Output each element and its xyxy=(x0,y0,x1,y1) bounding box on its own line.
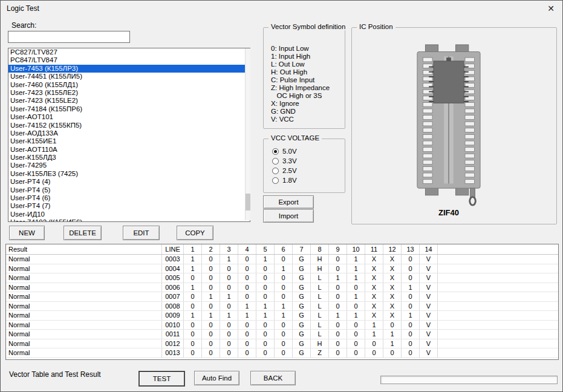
value-cell: X xyxy=(383,255,402,264)
symbol-line: 1: Input High xyxy=(271,53,342,60)
list-item[interactable]: User-7423 (К155ЛЕ2) xyxy=(8,89,250,97)
list-item[interactable]: User-74192 (К155ИЕ6) xyxy=(8,218,250,222)
list-item[interactable]: User-7423 (K155LE2) xyxy=(8,97,250,105)
back-button[interactable]: BACK xyxy=(250,371,296,385)
vcc-options: 5.0V3.3V2.5V1.8V xyxy=(272,146,297,185)
value-cell: 1 xyxy=(329,311,347,320)
value-cell: Z xyxy=(311,348,329,358)
progress-bar xyxy=(380,376,558,384)
line-cell: 0004 xyxy=(162,264,184,273)
value-cell: 0 xyxy=(184,273,202,283)
value-cell: 0 xyxy=(238,255,256,264)
value-cell: 1 xyxy=(238,311,256,320)
new-button[interactable]: NEW xyxy=(9,226,45,240)
value-cell: 1 xyxy=(220,255,238,264)
table-header-cell: Result xyxy=(6,244,162,254)
export-button[interactable]: Export xyxy=(263,195,314,209)
value-cell: 0 xyxy=(402,321,420,330)
list-item[interactable]: PC847/LTV847 xyxy=(8,56,250,64)
auto-find-button[interactable]: Auto Find xyxy=(194,371,239,385)
table-row[interactable]: Normal0005000000GL11XX0V xyxy=(6,273,558,283)
scrollbar-thumb[interactable] xyxy=(246,194,250,211)
value-cell: 0 xyxy=(402,302,420,311)
value-cell: 0 xyxy=(329,321,347,330)
list-item[interactable]: User-PT4 (5) xyxy=(8,186,250,194)
vcc-option[interactable]: 2.5V xyxy=(272,166,297,175)
vcc-option[interactable]: 1.8V xyxy=(272,175,297,185)
value-cell: L xyxy=(311,311,329,320)
value-cell: H xyxy=(311,339,329,348)
list-item[interactable]: User-К155ЛЕ3 (7425) xyxy=(8,170,250,178)
list-scrollbar[interactable] xyxy=(245,48,250,220)
table-row[interactable]: Normal0006100000GL00XX1V xyxy=(6,283,558,293)
value-cell: 1 xyxy=(347,273,365,283)
list-item[interactable]: User-PT4 (7) xyxy=(8,202,250,210)
value-cell: 0 xyxy=(184,330,202,339)
line-cell: 0010 xyxy=(162,321,184,330)
value-cell: 0 xyxy=(202,339,220,348)
list-item[interactable]: User-К155ИЕ1 xyxy=(8,137,250,145)
value-cell: 0 xyxy=(329,330,347,339)
list-item[interactable]: User-ИД10 xyxy=(8,211,250,218)
test-button[interactable]: TEST xyxy=(138,371,185,387)
list-item[interactable]: User-АОД133А xyxy=(8,129,250,137)
result-cell: Normal xyxy=(6,348,162,358)
list-item[interactable]: PC827/LTV827 xyxy=(8,48,250,56)
list-item[interactable]: User-PT4 (6) xyxy=(8,194,250,202)
device-list[interactable]: PC827/LTV827PC847/LTV847User-7453 (К155Л… xyxy=(8,48,250,222)
table-row[interactable]: Normal0004100001GH01XX0V xyxy=(6,264,558,274)
list-item[interactable]: User-74152 (К155КП5) xyxy=(8,122,250,129)
value-cell: 1 xyxy=(347,264,365,273)
list-item[interactable]: User-74184 (К155ПР6) xyxy=(8,105,250,113)
list-item[interactable]: User-AOT101 xyxy=(8,113,250,121)
value-cell: 0 xyxy=(238,348,256,358)
table-row[interactable]: Normal0007011000GL01XX0V xyxy=(6,292,558,302)
symbol-line: V: VCC xyxy=(271,116,342,123)
list-item[interactable]: User-К155ЛД3 xyxy=(8,154,250,162)
table-header-cell: 14 xyxy=(420,244,438,254)
line-cell: 0008 xyxy=(162,302,184,311)
list-item[interactable]: User-74295 xyxy=(8,162,250,169)
list-item[interactable]: User-7453 (К155ЛР3) xyxy=(8,65,250,73)
search-label: Search: xyxy=(11,21,36,30)
value-cell: G xyxy=(293,255,311,264)
value-cell: 0 xyxy=(238,273,256,283)
value-cell: 0 xyxy=(238,292,256,301)
table-row[interactable]: Normal0012000000GH00010V xyxy=(6,339,558,349)
value-cell: 1 xyxy=(347,255,365,264)
value-cell: 0 xyxy=(220,264,238,273)
copy-button[interactable]: COPY xyxy=(177,226,213,240)
table-row[interactable]: Normal0009111111GL11XX1V xyxy=(6,311,558,321)
vcc-option[interactable]: 5.0V xyxy=(272,146,297,156)
line-cell: 0012 xyxy=(162,339,184,348)
list-item[interactable]: User-AOT110A xyxy=(8,146,250,154)
search-input[interactable] xyxy=(8,31,130,43)
table-row[interactable]: Normal0011000000GL00110V xyxy=(6,330,558,339)
value-cell: 0 xyxy=(402,348,420,358)
import-button[interactable]: Import xyxy=(263,209,314,223)
result-cell: Normal xyxy=(6,302,162,311)
table-row[interactable]: Normal0010000000GL00100V xyxy=(6,321,558,330)
value-cell: 1 xyxy=(256,311,275,320)
value-cell: V xyxy=(420,292,438,301)
symbol-line: L: Out Low xyxy=(271,60,342,68)
value-cell: V xyxy=(420,321,438,330)
value-cell: 1 xyxy=(256,302,275,311)
delete-button[interactable]: DELETE xyxy=(63,226,102,240)
list-item[interactable]: User-7460 (К155ЛД1) xyxy=(8,81,250,89)
list-item[interactable]: User-74451 (К155ЛИ5) xyxy=(8,73,250,80)
value-cell: 0 xyxy=(365,348,383,358)
value-cell: 0 xyxy=(184,339,202,348)
value-cell: 0 xyxy=(256,330,275,339)
result-cell: Normal xyxy=(6,255,162,264)
edit-button[interactable]: EDIT xyxy=(123,226,160,240)
table-row[interactable]: Normal0013000000GZ00000V xyxy=(6,348,558,358)
table-row[interactable]: Normal0003101010GH01XX0V xyxy=(6,255,558,264)
vcc-option[interactable]: 3.3V xyxy=(272,156,297,166)
value-cell: 0 xyxy=(329,302,347,311)
close-icon[interactable]: ✕ xyxy=(544,2,558,15)
table-row[interactable]: Normal0008000111GL00XX0V xyxy=(6,302,558,312)
line-cell: 0006 xyxy=(162,283,184,292)
list-item[interactable]: User-PT4 (4) xyxy=(8,178,250,186)
value-cell: 0 xyxy=(329,348,347,358)
